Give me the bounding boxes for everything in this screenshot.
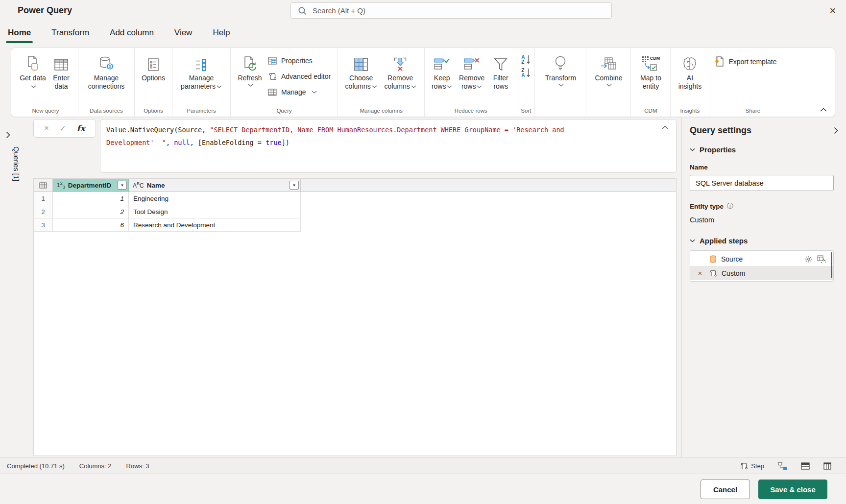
transform-button[interactable]: Transform [539, 52, 582, 88]
text-type-icon: ABC [133, 181, 144, 189]
tab-transform[interactable]: Transform [50, 27, 90, 39]
group-label-manage-columns: Manage columns [338, 108, 424, 114]
cell-departmentid[interactable]: 1 [53, 192, 129, 205]
formula-line-2: Development' ", null, [EnableFolding = t… [106, 136, 653, 149]
step-view-toggle[interactable]: Step [740, 462, 764, 470]
properties-button[interactable]: Properties [265, 53, 334, 69]
manage-connections-button[interactable]: Manage connections [82, 52, 130, 92]
scrollbar-thumb[interactable] [831, 252, 832, 278]
chevron-down-icon [312, 91, 317, 94]
collapse-panel-icon[interactable] [834, 127, 838, 134]
queries-pane-label: Queries [1] [12, 146, 20, 181]
ai-insights-button[interactable]: AI insights [675, 52, 705, 92]
cell-departmentid[interactable]: 6 [53, 218, 129, 232]
applied-steps-section-header[interactable]: Applied steps [690, 237, 838, 245]
column-header-departmentid[interactable]: 123 DepartmentID ▾ [53, 179, 129, 192]
query-folding-indicator-icon[interactable] [817, 255, 825, 263]
combine-button[interactable]: Combine [590, 52, 627, 88]
keep-rows-icon [434, 53, 450, 72]
filter-dropdown-icon[interactable]: ▾ [118, 181, 127, 190]
manage-icon [268, 89, 277, 96]
tab-help[interactable]: Help [212, 27, 231, 39]
status-columns: Columns: 2 [79, 462, 112, 470]
ribbon-group-reduce-rows: Keep rows Remove rows Filter rows Reduce… [424, 48, 517, 117]
status-rows: Rows: 3 [126, 462, 149, 470]
chevron-down-icon [477, 85, 482, 88]
row-number[interactable]: 3 [34, 218, 53, 232]
properties-section-header[interactable]: Properties [690, 145, 838, 154]
choose-columns-button[interactable]: Choose columns [342, 52, 380, 92]
enter-data-button[interactable]: Enter data [48, 52, 74, 92]
formula-input[interactable]: Value.NativeQuery(Source, "SELECT Depart… [100, 119, 677, 173]
query-name-input[interactable] [690, 175, 834, 191]
ribbon-group-parameters: Manage parameters Parameters [172, 48, 230, 117]
get-data-button[interactable]: Get data [17, 52, 48, 92]
sort-ascending-button[interactable]: AZ [521, 55, 531, 65]
save-and-close-button[interactable]: Save & close [758, 480, 827, 499]
database-icon [709, 255, 717, 263]
refresh-button[interactable]: Refresh [235, 52, 265, 88]
column-header-name[interactable]: ABC Name ▾ [129, 179, 301, 192]
keep-rows-button[interactable]: Keep rows [429, 52, 455, 92]
cancel-formula-icon[interactable]: × [44, 123, 49, 133]
header-filler [301, 179, 676, 192]
step-custom[interactable]: × Custom [690, 266, 833, 280]
tab-view[interactable]: View [173, 27, 193, 39]
remove-rows-button[interactable]: Remove rows [455, 52, 488, 92]
formula-toolbar: × ✓ fx [33, 119, 96, 138]
map-to-entity-button[interactable]: CDM Map to entity [635, 52, 666, 92]
cancel-button[interactable]: Cancel [701, 480, 750, 499]
name-label: Name [690, 164, 838, 171]
status-bar: Completed (10.71 s) Columns: 2 Rows: 3 S… [0, 457, 846, 474]
ribbon-tabs: Home Transform Add column View Help [0, 22, 231, 44]
group-label-insights: Insights [671, 108, 709, 114]
info-icon[interactable]: ⓘ [727, 202, 733, 211]
cell-name[interactable]: Research and Development [129, 218, 301, 232]
close-icon[interactable]: × [824, 3, 841, 19]
formula-line-1: Value.NativeQuery(Source, "SELECT Depart… [106, 123, 653, 136]
cell-departmentid[interactable]: 2 [53, 205, 129, 218]
data-view-icon[interactable] [801, 462, 810, 470]
app-title: Power Query [18, 5, 72, 16]
confirm-formula-icon[interactable]: ✓ [59, 123, 66, 134]
group-label-parameters: Parameters [172, 108, 230, 114]
ribbon-group-share: Export template Share [709, 48, 796, 117]
cell-name[interactable]: Tool Design [129, 205, 301, 218]
delete-step-icon[interactable]: × [695, 269, 705, 277]
search-box[interactable] [290, 2, 612, 19]
query-dependencies-icon[interactable] [778, 462, 787, 470]
remove-columns-button[interactable]: Remove columns [380, 52, 420, 92]
step-script-icon [740, 462, 748, 470]
advanced-editor-button[interactable]: Advanced editor [265, 69, 334, 84]
manage-connections-icon [98, 53, 115, 72]
advanced-editor-icon [268, 72, 277, 81]
arrow-down-icon [526, 55, 531, 65]
options-button[interactable]: Options [139, 52, 168, 83]
chevron-down-icon [690, 239, 695, 242]
row-number[interactable]: 2 [34, 205, 53, 218]
export-template-icon [713, 56, 724, 67]
export-template-button[interactable]: Export template [713, 52, 776, 67]
select-all-corner[interactable] [34, 179, 53, 192]
remove-columns-icon [392, 53, 408, 72]
tab-add-column[interactable]: Add column [109, 27, 155, 39]
row-number[interactable]: 1 [34, 192, 53, 205]
ribbon-group-new-query: Get data Enter data New query [13, 48, 78, 117]
chevron-right-icon[interactable] [6, 131, 28, 139]
step-settings-gear-icon[interactable] [805, 255, 813, 263]
queries-pane[interactable]: Queries [1] [6, 122, 28, 181]
step-source[interactable]: Source [690, 252, 833, 266]
number-type-icon: 123 [57, 181, 65, 190]
sort-descending-button[interactable]: ZA [521, 68, 531, 78]
collapse-formula-icon[interactable] [662, 125, 668, 129]
schema-view-icon[interactable] [823, 462, 831, 470]
manage-parameters-button[interactable]: Manage parameters [176, 52, 226, 92]
filter-rows-button[interactable]: Filter rows [488, 52, 513, 92]
collapse-ribbon-icon[interactable] [820, 108, 827, 112]
search-input[interactable] [312, 6, 611, 15]
fx-icon: fx [76, 123, 85, 133]
cell-name[interactable]: Engineering [129, 192, 301, 205]
filter-dropdown-icon[interactable]: ▾ [290, 181, 299, 190]
manage-button[interactable]: Manage [265, 84, 334, 100]
tab-home[interactable]: Home [7, 27, 32, 39]
